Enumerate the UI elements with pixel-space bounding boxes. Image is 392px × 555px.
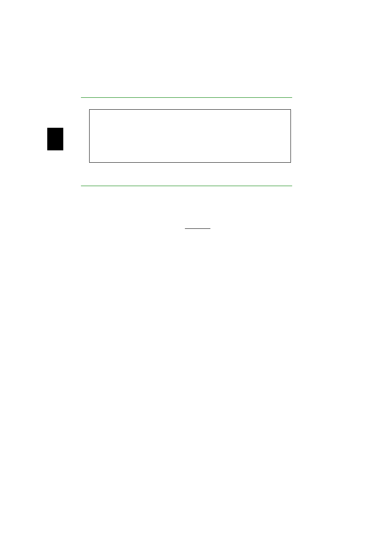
bottom-divider <box>81 186 292 186</box>
page <box>0 0 392 555</box>
side-tab <box>47 128 63 150</box>
underline-bar <box>185 228 210 229</box>
top-divider <box>81 97 292 98</box>
callout-box <box>89 109 291 163</box>
